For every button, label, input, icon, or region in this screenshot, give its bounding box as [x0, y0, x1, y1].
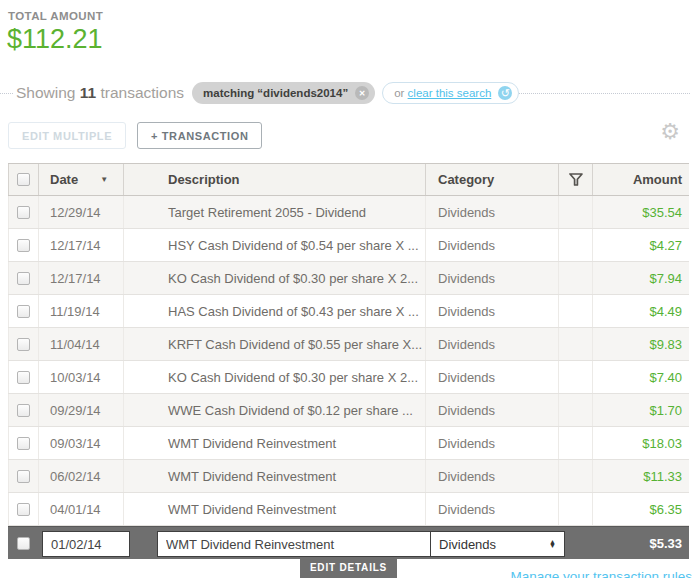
row-checkbox[interactable] [17, 239, 30, 252]
total-amount-value: $112.21 [7, 24, 103, 55]
transactions-page: TOTAL AMOUNT $112.21 Showing 11 transact… [0, 0, 696, 578]
row-filter-spacer [558, 262, 592, 294]
row-amount: $11.33 [592, 460, 689, 492]
table-row[interactable]: 10/03/14 KO Cash Dividend of $0.30 per s… [8, 361, 689, 394]
divider-dotted [519, 93, 690, 94]
table-row[interactable]: 12/29/14 Target Retirement 2055 - Divide… [8, 196, 689, 229]
description-column-header[interactable]: Description [123, 164, 425, 195]
row-date: 12/17/14 [38, 229, 123, 261]
row-amount: $1.70 [592, 394, 689, 426]
clear-search-link[interactable]: clear this search [408, 87, 492, 99]
row-description: KO Cash Dividend of $0.30 per share X 2.… [123, 262, 425, 294]
row-description: WMT Dividend Reinvestment [123, 493, 425, 525]
row-date: 12/29/14 [38, 196, 123, 228]
row-date: 04/01/14 [38, 493, 123, 525]
filter-badge-label: matching “dividends2014” [203, 87, 348, 99]
or-text: or [394, 87, 404, 99]
row-amount: $9.83 [592, 328, 689, 360]
row-checkbox[interactable] [17, 206, 30, 219]
row-category: Dividends [425, 493, 558, 525]
row-category: Dividends [425, 262, 558, 294]
edit-row-checkbox[interactable] [17, 537, 30, 550]
settings-gear-icon[interactable]: ⚙ [660, 121, 680, 143]
row-date: 06/02/14 [38, 460, 123, 492]
row-date: 11/19/14 [38, 295, 123, 327]
row-filter-spacer [558, 196, 592, 228]
select-all-checkbox[interactable] [17, 173, 30, 186]
clear-search-pill[interactable]: or clear this search ↺ [382, 82, 519, 104]
row-amount: $4.49 [592, 295, 689, 327]
row-category: Dividends [425, 295, 558, 327]
row-description: HAS Cash Dividend of $0.43 per share X .… [123, 295, 425, 327]
edit-transaction-row: Dividends ▲▼ $5.33 [8, 526, 689, 559]
edit-description-input[interactable] [157, 531, 431, 557]
table-row[interactable]: 11/04/14 KRFT Cash Dividend of $0.55 per… [8, 328, 689, 361]
date-column-header[interactable]: Date ▼ [38, 164, 123, 195]
row-date: 10/03/14 [38, 361, 123, 393]
row-category: Dividends [425, 196, 558, 228]
row-filter-spacer [558, 460, 592, 492]
close-icon[interactable]: ✕ [355, 86, 369, 100]
table-header-row: Date ▼ Description Category Amount [8, 163, 689, 196]
row-checkbox[interactable] [17, 371, 30, 384]
row-filter-spacer [558, 394, 592, 426]
row-checkbox[interactable] [17, 503, 30, 516]
transaction-count: 11 [80, 84, 96, 101]
amount-column-header[interactable]: Amount [592, 164, 689, 195]
row-description: WWE Cash Dividend of $0.12 per share ... [123, 394, 425, 426]
edit-row-amount: $5.33 [649, 527, 682, 560]
row-category: Dividends [425, 427, 558, 459]
row-amount: $4.27 [592, 229, 689, 261]
add-transaction-button[interactable]: + TRANSACTION [137, 122, 262, 149]
row-date: 09/03/14 [38, 427, 123, 459]
date-header-label: Date [50, 172, 78, 187]
divider-dotted [0, 93, 13, 94]
edit-details-button[interactable]: EDIT DETAILS [300, 558, 397, 578]
row-checkbox[interactable] [17, 272, 30, 285]
table-row[interactable]: 06/02/14 WMT Dividend Reinvestment Divid… [8, 460, 689, 493]
manage-rules-link[interactable]: Manage your transaction rules [510, 569, 692, 578]
row-description: KO Cash Dividend of $0.30 per share X 2.… [123, 361, 425, 393]
edit-date-input[interactable] [42, 531, 130, 557]
toolbar: EDIT MULTIPLE + TRANSACTION [8, 122, 262, 149]
row-description: Target Retirement 2055 - Dividend [123, 196, 425, 228]
showing-suffix: transactions [100, 84, 184, 101]
row-category: Dividends [425, 328, 558, 360]
edit-category-select[interactable]: Dividends ▲▼ [430, 531, 565, 557]
row-checkbox[interactable] [17, 470, 30, 483]
table-row[interactable]: 12/17/14 HSY Cash Dividend of $0.54 per … [8, 229, 689, 262]
row-checkbox[interactable] [17, 305, 30, 318]
row-filter-spacer [558, 427, 592, 459]
row-category: Dividends [425, 460, 558, 492]
row-description: WMT Dividend Reinvestment [123, 427, 425, 459]
row-date: 11/04/14 [38, 328, 123, 360]
row-filter-spacer [558, 361, 592, 393]
table-row[interactable]: 12/17/14 KO Cash Dividend of $0.30 per s… [8, 262, 689, 295]
undo-icon: ↺ [498, 86, 512, 100]
table-row[interactable]: 09/29/14 WWE Cash Dividend of $0.12 per … [8, 394, 689, 427]
edit-category-value: Dividends [439, 537, 496, 552]
showing-text: Showing 11 transactions [16, 84, 184, 102]
row-amount: $6.35 [592, 493, 689, 525]
row-description: HSY Cash Dividend of $0.54 per share X .… [123, 229, 425, 261]
search-filter-badge[interactable]: matching “dividends2014” ✕ [192, 82, 375, 104]
row-category: Dividends [425, 361, 558, 393]
category-column-header[interactable]: Category [425, 164, 558, 195]
row-description: KRFT Cash Dividend of $0.55 per share X.… [123, 328, 425, 360]
row-amount: $7.94 [592, 262, 689, 294]
table-row[interactable]: 04/01/14 WMT Dividend Reinvestment Divid… [8, 493, 689, 526]
table-row[interactable]: 11/19/14 HAS Cash Dividend of $0.43 per … [8, 295, 689, 328]
edit-multiple-button[interactable]: EDIT MULTIPLE [8, 122, 126, 149]
row-checkbox[interactable] [17, 338, 30, 351]
row-checkbox[interactable] [17, 404, 30, 417]
category-filter-icon[interactable] [558, 164, 592, 195]
table-row[interactable]: 09/03/14 WMT Dividend Reinvestment Divid… [8, 427, 689, 460]
row-checkbox[interactable] [17, 437, 30, 450]
showing-prefix: Showing [16, 84, 75, 101]
row-amount: $18.03 [592, 427, 689, 459]
transactions-table: Date ▼ Description Category Amount 12/29… [8, 163, 689, 559]
search-summary-row: Showing 11 transactions matching “divide… [0, 82, 696, 104]
row-description: WMT Dividend Reinvestment [123, 460, 425, 492]
row-filter-spacer [558, 328, 592, 360]
sort-desc-icon[interactable]: ▼ [100, 175, 108, 184]
